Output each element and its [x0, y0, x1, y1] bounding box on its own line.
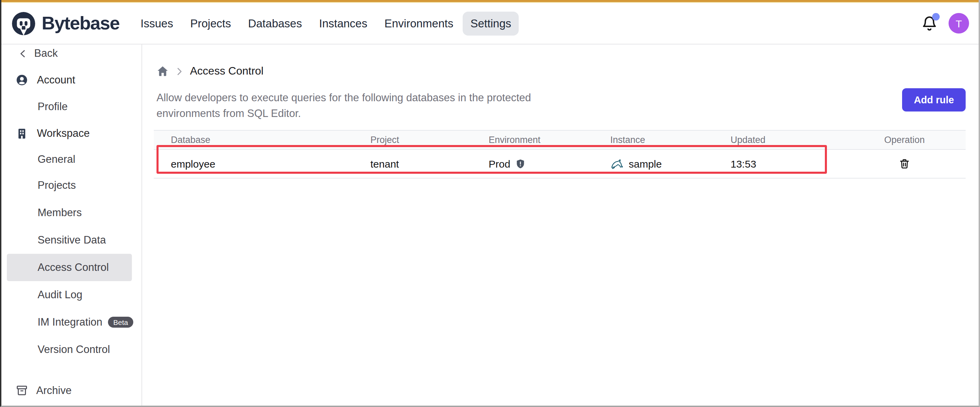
nav-item-databases[interactable]: Databases — [240, 11, 310, 35]
sidebar-item-version-control[interactable]: Version Control — [2, 336, 142, 363]
column-header-operation: Operation — [843, 135, 966, 145]
table-row: employee tenant Prod — [154, 150, 966, 179]
sidebar-item-archive[interactable]: Archive — [2, 377, 142, 404]
cell-project: tenant — [353, 158, 471, 170]
top-accent-bar — [2, 0, 978, 3]
navbar-right: T — [921, 13, 969, 34]
page-description: Allow developers to execute queries for … — [154, 90, 554, 121]
back-button[interactable]: Back — [2, 45, 142, 66]
archive-icon — [16, 385, 28, 397]
table-header-row: Database Project Environment Instance Up… — [154, 130, 966, 150]
sidebar-item-label: Access Control — [38, 261, 109, 274]
nav-item-environments[interactable]: Environments — [377, 11, 461, 35]
delete-rule-button[interactable] — [897, 156, 912, 171]
main-content: Access Control Allow developers to execu… — [142, 45, 978, 405]
app-body: Back Account Profile — [2, 45, 978, 405]
column-header-instance: Instance — [593, 135, 713, 145]
screenshot-stage: Bytebase Issues Projects Databases Insta… — [0, 0, 980, 407]
sidebar-item-profile[interactable]: Profile — [2, 94, 142, 120]
cell-operation — [843, 156, 966, 171]
sidebar-item-im-integration[interactable]: IM Integration Beta — [2, 308, 142, 336]
main-nav: Issues Projects Databases Instances Envi… — [133, 11, 519, 35]
sidebar-item-sensitive-data[interactable]: Sensitive Data — [2, 227, 142, 254]
column-header-environment: Environment — [471, 135, 593, 145]
access-rules-table: Database Project Environment Instance Up… — [154, 130, 966, 179]
sidebar-section-workspace: Workspace — [2, 120, 142, 147]
notification-dot — [932, 13, 940, 21]
sidebar-item-projects[interactable]: Projects — [2, 172, 142, 199]
mysql-icon — [610, 158, 624, 170]
cell-database: employee — [154, 158, 353, 170]
nav-item-projects[interactable]: Projects — [183, 11, 239, 35]
building-icon — [16, 127, 28, 140]
sidebar-item-label: Version Control — [38, 343, 110, 356]
sidebar-item-label: Projects — [38, 179, 76, 192]
sidebar-item-general[interactable]: General — [2, 147, 142, 172]
column-header-project: Project — [353, 135, 471, 145]
archive-label: Archive — [36, 385, 72, 397]
app-window: Bytebase Issues Projects Databases Insta… — [0, 0, 980, 407]
bytebase-logo-icon — [11, 11, 36, 36]
avatar[interactable]: T — [948, 13, 969, 34]
sidebar-item-label: Profile — [38, 101, 68, 113]
instance-name: sample — [629, 158, 662, 170]
sidebar-item-audit-log[interactable]: Audit Log — [2, 281, 142, 308]
sidebar-item-members[interactable]: Members — [2, 199, 142, 227]
chevron-left-icon — [19, 49, 27, 58]
cell-instance: sample — [593, 158, 713, 170]
page-title: Access Control — [190, 65, 264, 77]
section-label: Account — [37, 74, 75, 86]
chevron-right-icon — [175, 67, 184, 76]
settings-sidebar: Back Account Profile — [2, 45, 142, 405]
sidebar-item-label: Audit Log — [38, 289, 82, 301]
brand-wordmark: Bytebase — [42, 13, 119, 34]
user-circle-icon — [16, 74, 28, 86]
sidebar-item-label: General — [38, 153, 75, 166]
section-label: Workspace — [37, 127, 90, 140]
back-label: Back — [34, 47, 58, 59]
column-header-database: Database — [154, 135, 353, 145]
sidebar-item-label: Members — [38, 207, 82, 219]
cell-environment: Prod — [471, 158, 593, 170]
nav-item-instances[interactable]: Instances — [312, 11, 375, 35]
sidebar-section-account: Account — [2, 66, 142, 94]
nav-item-settings[interactable]: Settings — [463, 11, 519, 35]
nav-item-issues[interactable]: Issues — [133, 11, 180, 35]
sidebar-item-label: IM Integration — [38, 316, 102, 328]
environment-name: Prod — [488, 158, 510, 170]
beta-badge: Beta — [108, 317, 134, 328]
brand-logo[interactable]: Bytebase — [11, 11, 119, 36]
column-header-updated: Updated — [713, 135, 843, 145]
cell-updated: 13:53 — [713, 158, 843, 170]
sidebar-item-access-control[interactable]: Access Control — [7, 254, 132, 281]
notification-bell-button[interactable] — [921, 15, 938, 32]
trash-icon — [899, 158, 910, 170]
shield-exclamation-icon — [515, 159, 525, 169]
top-navbar: Bytebase Issues Projects Databases Insta… — [2, 3, 978, 45]
breadcrumb: Access Control — [154, 63, 966, 79]
home-icon[interactable] — [156, 65, 169, 77]
add-rule-button[interactable]: Add rule — [902, 88, 966, 112]
sidebar-item-label: Sensitive Data — [38, 234, 106, 246]
